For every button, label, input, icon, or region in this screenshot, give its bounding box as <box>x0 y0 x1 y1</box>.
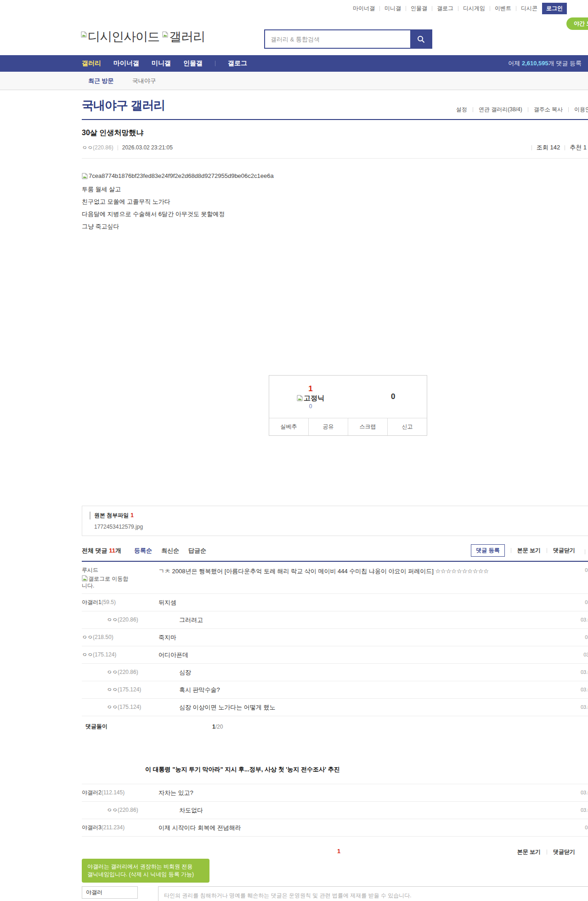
comment-date: 03.02 23 <box>585 599 588 605</box>
commenter-nickname[interactable]: ㅇㅇ(220.86) <box>107 616 166 624</box>
comment-text: 죽지마 <box>158 633 541 641</box>
post-date: 2026.03.02 23:21:05 <box>122 144 173 151</box>
news-headline-link[interactable]: 이 대통령 "농지 투기 막아라" 지시 후...정부, 사상 첫 '농지 전수… <box>145 765 588 774</box>
post-author[interactable]: ㅇㅇ <box>82 144 93 152</box>
sort-newest[interactable]: 최신순 <box>161 547 179 555</box>
topbar-link-dccon[interactable]: 디시콘 <box>521 5 537 12</box>
commenter-nickname[interactable]: ㅇㅇ(175.124) <box>82 651 141 659</box>
nav-item-gallery[interactable]: 갤러리 <box>82 59 101 68</box>
gallery-settings-link[interactable]: 설정 <box>456 106 467 114</box>
nav-item-mini-gallery[interactable]: 미니갤 <box>152 59 171 68</box>
comment-reply-row: ㅇㅇ(220.86) 차도없다 03.02 23:2 <box>82 802 588 819</box>
sort-replies[interactable]: 답글순 <box>188 547 206 555</box>
comment-date: 03.02 23:2 <box>581 790 588 795</box>
post-text-line: 친구없고 모쏠에 고졸무직 노가다 <box>82 195 588 208</box>
post-broken-image[interactable]: 7cea8774b1876bf23fed83e24f9f2e2d68d8d927… <box>82 172 588 179</box>
comment-text: 혹시 판막수술? <box>179 686 541 694</box>
view-post-link[interactable]: 본문 보기 <box>517 848 541 856</box>
bottom-page-number[interactable]: 1 <box>337 848 340 855</box>
divider <box>432 6 432 11</box>
attachment-filename[interactable]: 1772453412579.jpg <box>90 524 588 530</box>
broken-image-icon <box>82 575 88 582</box>
post-author-ip: (220.86) <box>93 144 113 151</box>
view-post-link[interactable]: 본문 보기 <box>517 547 541 554</box>
comment-total-count: 11 <box>109 547 115 554</box>
post-body: 7cea8774b1876bf23fed83e24f9f2e2d68d8d927… <box>82 159 588 375</box>
divider <box>406 6 406 11</box>
close-comments-link[interactable]: 댓글닫기 <box>553 547 575 554</box>
logo-text-gallery: 갤러리 <box>169 29 205 45</box>
main-navbar: 갤러리 마이너갤 미니갤 인물갤 갤로그 어제 2,610,595개 댓글 등록 <box>0 55 588 72</box>
broken-image-icon <box>162 31 168 38</box>
topbar-link-minor-gallery[interactable]: 마이너갤 <box>353 5 375 12</box>
commenter-nickname[interactable]: ㅇㅇ(175.124) <box>107 686 166 694</box>
comment-text: ㄱㅊ 2008년은 행복했어 [아름다운추억 토레 해리 락교 삭이 메이비 4… <box>158 567 541 575</box>
commenter-nickname[interactable]: 야갤러3(211.234) <box>82 824 141 832</box>
broken-image-icon <box>82 173 88 179</box>
commenter-nickname[interactable]: 루시드 갤로그로 이동합니다. <box>82 566 141 589</box>
login-button[interactable]: 로그인 <box>542 3 567 14</box>
comment-text: 심장 <box>179 668 541 676</box>
commenter-nickname[interactable]: ㅇㅇ(175.124) <box>107 703 166 711</box>
attachment-box: 원본 첨부파일1 1772453412579.jpg <box>82 506 588 536</box>
gallery-links: 설정 연관 갤러리(38/4) 갤주소 복사 이용안내 <box>456 106 588 114</box>
post-text-line: 그냥 죽고싶다 <box>82 220 588 233</box>
divider <box>379 6 380 11</box>
close-comments-link[interactable]: 댓글닫기 <box>553 848 575 856</box>
comment-row: 루시드 갤로그로 이동합니다. ㄱㅊ 2008년은 행복했어 [아름다운추억 토… <box>82 562 588 594</box>
gallog-broken-image[interactable]: 갤로그로 이동합니다. <box>82 575 133 589</box>
breadcrumb-current-gallery[interactable]: 국내야구 <box>132 77 156 85</box>
topbar-link-person-gallery[interactable]: 인물갤 <box>411 5 427 12</box>
related-galleries-link[interactable]: 연관 갤러리(38/4) <box>479 106 522 114</box>
usage-guide-link[interactable]: 이용안내 <box>574 106 588 114</box>
upvote-button[interactable]: 1 고정닉 0 <box>269 376 352 418</box>
site-logo[interactable]: 디시인사이드 갤러리 <box>81 29 205 45</box>
search-button[interactable] <box>410 30 431 48</box>
scrap-button[interactable]: 스크랩 <box>348 418 387 435</box>
like-count: 추천 1 <box>570 143 587 152</box>
report-button[interactable]: 신고 <box>387 418 427 435</box>
comment-date: 03.02 23 <box>585 825 588 830</box>
commenter-nickname[interactable]: ㅇㅇ(220.86) <box>107 806 166 814</box>
commenter-nickname[interactable]: ㅇㅇ(220.86) <box>107 668 166 676</box>
nav-item-minor-gallery[interactable]: 마이너갤 <box>113 59 139 68</box>
comment-register-button[interactable]: 댓글 등록 <box>471 544 504 557</box>
topbar-link-mini-gallery[interactable]: 미니갤 <box>384 5 401 12</box>
attachment-count: 1 <box>130 512 134 519</box>
share-button[interactable]: 공유 <box>308 418 348 435</box>
search-input[interactable] <box>265 30 410 48</box>
comment-credentials <box>82 886 138 901</box>
comment-reply-row: ㅇㅇ(220.86) 그러려고 03.02 23:2 <box>82 611 588 629</box>
downvote-button[interactable]: 0 <box>352 376 427 418</box>
divider <box>565 145 565 150</box>
vote-actions: 실베추 공유 스크랩 신고 <box>269 418 427 435</box>
search-box <box>264 29 432 49</box>
upvote-count: 1 <box>308 384 312 393</box>
comment-date: 03.02 23:2 <box>581 617 588 622</box>
commenter-nickname[interactable]: 야갤러2(112.145) <box>82 789 141 797</box>
comment-text: 어디아픈데 <box>158 651 541 659</box>
post-meta: ㅇㅇ (220.86) 2026.03.02 23:21:05 조회 142 추… <box>82 143 588 152</box>
sort-registered[interactable]: 등록순 <box>134 547 152 555</box>
comment-text: 이제 시작이다 회복에 전념해라 <box>158 824 541 832</box>
comment-nickname-input[interactable] <box>82 886 138 899</box>
fixed-nick-label: 고정닉 <box>304 394 324 403</box>
recent-visit-label[interactable]: 최근 방문 <box>88 77 114 85</box>
commenter-nickname[interactable]: 야갤러1(59.5) <box>82 599 141 606</box>
comment-textarea[interactable]: 타인의 권리를 침해하거나 명예를 훼손하는 댓글은 운영원칙 및 관련 법률에… <box>158 886 588 901</box>
comment-write-area: 타인의 권리를 침해하거나 명예를 훼손하는 댓글은 운영원칙 및 관련 법률에… <box>82 886 588 901</box>
nav-item-gallog[interactable]: 갤로그 <box>228 59 247 68</box>
topbar-link-event[interactable]: 이벤트 <box>495 5 511 12</box>
copy-gallery-url-link[interactable]: 갤주소 복사 <box>534 106 563 114</box>
topbar-link-dcgame[interactable]: 디시게임 <box>463 5 485 12</box>
bottom-pager: 1 본문 보기 댓글닫기 <box>82 848 588 857</box>
topbar-link-gallog[interactable]: 갤로그 <box>437 5 453 12</box>
nav-item-person-gallery[interactable]: 인물갤 <box>183 59 203 68</box>
post-image-alt-text: 7cea8774b1876bf23fed83e24f9f2e2d68d8d927… <box>89 172 274 179</box>
commenter-nickname[interactable]: ㅇㅇ(218.50) <box>82 633 141 641</box>
nickname-tooltip: 야갤러는 갤러리에서 권장하는 비회원 전용 갤닉네임입니다. (삭제 시 닉네… <box>82 859 209 883</box>
divider <box>585 549 585 554</box>
silbechu-button[interactable]: 실베추 <box>269 418 308 435</box>
comment-reply-row: ㅇㅇ(175.124) 혹시 판막수술? 03.02 23:2 <box>82 681 588 699</box>
comment-page-indicator[interactable]: 1/20 <box>212 724 223 730</box>
